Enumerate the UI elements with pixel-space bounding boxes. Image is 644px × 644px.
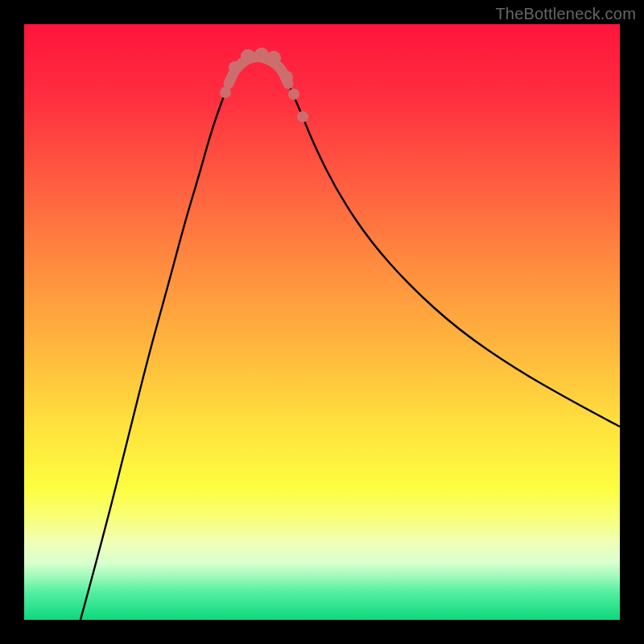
- trough-dot: [220, 87, 231, 98]
- trough-dot: [297, 111, 308, 122]
- curve-left-branch: [80, 84, 229, 620]
- curve-right-branch: [288, 84, 620, 427]
- chart-frame: [24, 24, 620, 620]
- trough-dot: [229, 61, 242, 74]
- trough-dot: [266, 51, 281, 65]
- trough-dot: [280, 71, 293, 84]
- trough-dot: [241, 49, 255, 64]
- chart-svg: [24, 24, 620, 620]
- watermark-text: TheBottleneck.com: [495, 5, 636, 23]
- trough-dot: [288, 89, 299, 100]
